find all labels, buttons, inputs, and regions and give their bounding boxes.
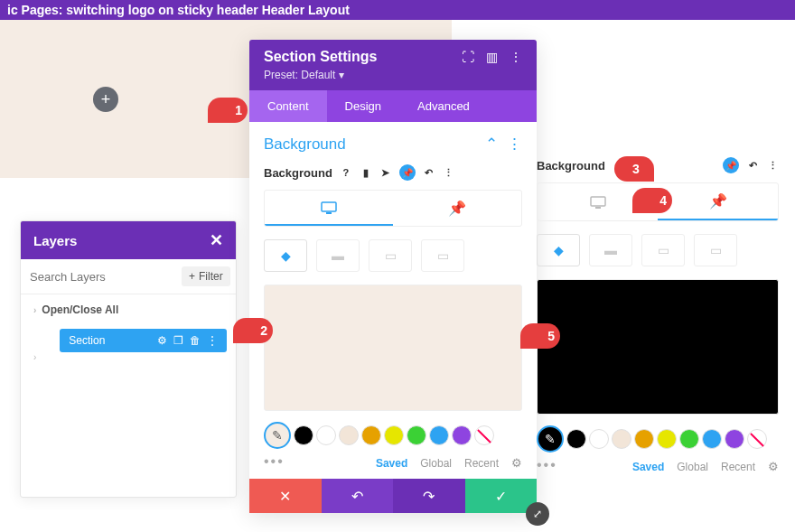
color-palette: ✎ (264, 422, 522, 449)
kebab-icon[interactable]: ⋮ (507, 135, 522, 154)
columns-icon[interactable]: ▥ (486, 50, 498, 64)
settings-action-bar: ✕ ↶ ↷ ✓ (249, 479, 537, 513)
bg-color-tab[interactable]: ◆ (264, 239, 307, 272)
palette-color[interactable] (452, 425, 472, 445)
background-section-heading[interactable]: Background ⌃ ⋮ (264, 135, 522, 154)
trash-icon[interactable]: 🗑 (190, 334, 201, 347)
expand-icon[interactable]: ⛶ (462, 50, 474, 64)
kebab-icon[interactable]: ⋮ (510, 50, 522, 64)
palette-none[interactable] (474, 425, 494, 445)
open-close-label: Open/Close All (42, 303, 118, 316)
sticky-state-tab[interactable]: 📌 (658, 183, 778, 220)
tab-advanced[interactable]: Advanced (399, 90, 488, 122)
bg-image-tab[interactable]: ▭ (369, 239, 412, 272)
palette-more[interactable]: ••• (264, 453, 285, 470)
color-palette: ✎ (537, 425, 779, 453)
palette-sources: Saved Global Recent ⚙ (376, 456, 522, 470)
device-state-tabs: 📌 (264, 190, 522, 227)
filter-button[interactable]: + Filter (182, 266, 230, 286)
palette-saved[interactable]: Saved (632, 461, 664, 473)
bg-video-tab[interactable]: ▭ (421, 239, 464, 272)
gear-icon[interactable]: ⚙ (511, 456, 522, 470)
bg-color-tab[interactable]: ◆ (537, 234, 580, 266)
add-section-button[interactable]: + (93, 87, 118, 112)
bg-video-tab[interactable]: ▭ (694, 234, 737, 266)
palette-color[interactable] (725, 429, 744, 449)
desktop-state-tab[interactable] (265, 191, 393, 226)
resize-handle[interactable]: ⤢ (526, 502, 549, 526)
callout-4: 4 (632, 188, 672, 213)
palette-color[interactable] (612, 429, 631, 449)
tab-content[interactable]: Content (249, 90, 327, 122)
palette-saved[interactable]: Saved (376, 457, 407, 470)
confirm-button[interactable]: ✓ (465, 479, 538, 513)
undo-button[interactable]: ↶ (322, 479, 394, 513)
palette-global[interactable]: Global (677, 461, 708, 473)
close-icon[interactable]: ✕ (210, 230, 223, 250)
palette-selected[interactable]: ✎ (264, 422, 291, 449)
palette-color[interactable] (589, 429, 609, 449)
palette-color[interactable] (316, 425, 336, 445)
palette-color[interactable] (339, 425, 359, 445)
palette-more[interactable]: ••• (537, 457, 557, 473)
monitor-icon (590, 196, 606, 209)
svg-rect-0 (322, 202, 336, 211)
palette-color[interactable] (384, 425, 404, 445)
palette-color[interactable] (294, 425, 313, 445)
plus-small-icon: + (189, 270, 195, 283)
pin-icon: 📌 (448, 200, 466, 217)
palette-selected[interactable]: ✎ (537, 425, 564, 453)
palette-color[interactable] (407, 425, 426, 445)
background-color-swatch[interactable] (264, 285, 522, 411)
gradient-icon: ▬ (604, 243, 617, 257)
cancel-button[interactable]: ✕ (249, 479, 322, 513)
palette-color[interactable] (702, 429, 722, 449)
bg-image-tab[interactable]: ▭ (641, 234, 685, 266)
phone-icon[interactable]: ▮ (360, 166, 372, 179)
chevron-up-icon[interactable]: ⌃ (485, 135, 498, 154)
help-icon[interactable]: ? (340, 166, 352, 179)
image-icon: ▭ (385, 248, 397, 263)
layer-item-actions: ⚙ ❐ 🗑 ⋮ (157, 334, 218, 347)
chevron-right-icon[interactable]: › (33, 352, 36, 362)
background-label: Background (537, 159, 605, 173)
palette-color[interactable] (361, 425, 381, 445)
pin-active-icon[interactable]: 📌 (399, 164, 416, 181)
pin-active-icon[interactable]: 📌 (723, 157, 739, 173)
palette-color[interactable] (566, 429, 586, 449)
layers-header: Layers ✕ (21, 221, 236, 259)
tab-design[interactable]: Design (327, 90, 399, 122)
undo-icon[interactable]: ↶ (423, 166, 435, 179)
cursor-icon[interactable]: ➤ (379, 166, 392, 179)
kebab-icon[interactable]: ⋮ (207, 334, 218, 347)
gear-icon[interactable]: ⚙ (157, 334, 167, 347)
redo-button[interactable]: ↷ (393, 479, 465, 513)
open-close-all[interactable]: › Open/Close All (21, 294, 236, 325)
gear-icon[interactable]: ⚙ (768, 460, 779, 473)
palette-global[interactable]: Global (420, 457, 452, 470)
layers-panel: Layers ✕ + Filter › Open/Close All › Sec… (20, 220, 237, 498)
background-heading-label: Background (264, 135, 346, 154)
bg-gradient-tab[interactable]: ▬ (589, 234, 632, 266)
preset-selector[interactable]: Preset: Default ▾ (264, 69, 522, 81)
kebab-icon[interactable]: ⋮ (766, 159, 779, 172)
search-layers-input[interactable] (30, 270, 182, 284)
palette-none[interactable] (747, 429, 767, 449)
background-color-swatch[interactable] (537, 279, 779, 415)
gradient-icon: ▬ (332, 248, 344, 263)
undo-icon[interactable]: ↶ (746, 159, 759, 172)
svg-rect-1 (326, 212, 332, 214)
sticky-state-tab[interactable]: 📌 (393, 191, 521, 226)
palette-recent[interactable]: Recent (721, 461, 755, 473)
palette-color[interactable] (634, 429, 654, 449)
background-label-row: Background ? 📌 ↶ ⋮ (537, 157, 779, 173)
bg-gradient-tab[interactable]: ▬ (316, 239, 360, 272)
palette-color[interactable] (429, 425, 449, 445)
duplicate-icon[interactable]: ❐ (173, 334, 183, 347)
filter-label: Filter (199, 270, 223, 283)
layer-item-section[interactable]: Section ⚙ ❐ 🗑 ⋮ (60, 329, 227, 352)
palette-color[interactable] (657, 429, 677, 449)
palette-color[interactable] (679, 429, 699, 449)
palette-recent[interactable]: Recent (464, 457, 499, 470)
kebab-icon[interactable]: ⋮ (443, 166, 455, 179)
